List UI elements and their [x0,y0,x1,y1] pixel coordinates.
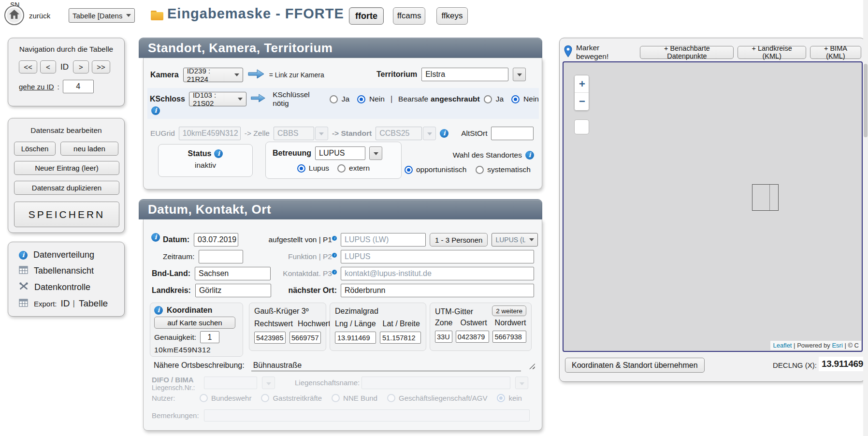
gauss-krueger-box: Gauß-Krüger 3º Rechtswert Hochwert 54239… [249,303,326,351]
map-layers-button[interactable] [574,119,589,134]
dez-lat-input[interactable]: 51.157812 [380,332,421,344]
betreuung-input[interactable]: LUPUS [315,146,365,160]
export-id-link[interactable]: ID [61,298,70,309]
zelle-input: CBBS [274,127,314,140]
map-canvas[interactable]: + − Leaflet | Powered by Esri | © C [563,61,863,352]
datum-input[interactable]: 03.07.2019 [194,233,238,247]
p3-info-icon[interactable] [332,270,337,275]
bearsafe-ja-radio[interactable] [484,95,492,103]
p1-input[interactable]: LUPUS (LW) [341,233,426,247]
ort-label: nächster Ort: [259,286,337,295]
wahl-label: Wahl des Standortes [453,151,522,160]
dez-lng-input[interactable]: 13.911469 [335,332,376,344]
declng-label: DECLNG (X): [773,361,817,369]
lock-link-arrow-icon[interactable] [250,93,266,105]
p2-info-icon[interactable] [332,253,337,258]
new-entry-button[interactable]: Neuer Eintrag (leer) [14,161,119,175]
eugrid-label: EUGrid [150,129,175,138]
delete-button[interactable]: Löschen [14,142,56,156]
betreuung-extern-radio[interactable] [337,164,346,173]
grid-code: 10kmE459N312 [154,346,239,354]
status-info-icon[interactable] [214,149,223,158]
kschloss-select[interactable]: ID103 : 21S02 [189,92,246,106]
table-select[interactable]: Tabelle [Datens [69,8,135,23]
goto-id-input[interactable]: 4 [63,80,94,93]
link-datenkontrolle[interactable]: Datenkontrolle [19,282,124,292]
esri-link[interactable]: Esri [832,342,842,349]
altstort-input[interactable] [491,127,534,140]
auf-karte-suchen-button[interactable]: auf Karte suchen [154,317,235,329]
gk-col-rechtswert: Rechtswert [254,320,293,328]
zoom-out-button[interactable]: − [575,93,589,110]
record-title: Datensatz bearbeiten [8,126,124,135]
p1-select-value: LUPUS (LW [495,236,525,244]
kamera-select[interactable]: ID239 : 21R24 [183,68,243,82]
back-link[interactable]: zurück [29,12,50,20]
reload-button[interactable]: neu laden [60,142,118,156]
nav-first-button[interactable]: << [19,60,37,73]
page-scrollbar[interactable] [863,0,868,436]
gk-hochwert-input[interactable]: 5669757 [289,332,321,344]
tools-panel: Datenverteilung Tabellenansicht Datenkon… [8,242,125,317]
goto-id-link[interactable]: gehe zu ID [19,83,54,91]
resize-handle[interactable] [528,362,535,369]
bearsafe-nein-radio[interactable] [511,95,520,103]
dez-col-lat: Lat / Breite [383,320,420,328]
wahl-info-icon[interactable] [525,151,534,160]
landkreise-kml-button[interactable]: + Landkreise (KML) [738,46,806,59]
zoom-in-button[interactable]: + [575,75,589,93]
save-button[interactable]: SPEICHERN [14,202,119,227]
gk-rechtswert-input[interactable]: 5423985 [254,332,286,344]
p2-input[interactable]: LUPUS [341,250,534,263]
duplicate-button[interactable]: Datensatz duplizieren [14,181,119,195]
scrollbar-thumb[interactable] [864,64,868,137]
utm-more-button[interactable]: 2 weitere [492,305,526,316]
link-label: Datenverteilung [33,250,94,260]
app-button-ffkeys[interactable]: ffkeys [436,7,468,25]
datum-info-icon[interactable] [151,233,160,242]
kschluessel-ja-radio[interactable] [330,95,338,103]
genauigkeit-input[interactable]: 1 [200,331,219,343]
territorium-label: Territorium [376,70,417,79]
benachbarte-datenpunkte-button[interactable]: + Benachbarte Datenpunkte [640,46,734,59]
app-button-fforte[interactable]: fforte [349,7,384,25]
ortsbeschreibung-input[interactable]: Bühnaustraße [251,360,521,371]
app-button-ffcams[interactable]: ffcams [393,7,425,25]
leaflet-link[interactable]: Leaflet [773,342,792,349]
wahl-opportunistisch-radio[interactable] [405,166,413,174]
personen-button[interactable]: 1 - 3 Personen [430,233,488,247]
betreuung-lupus-radio[interactable] [297,164,305,173]
p1-info-icon[interactable] [332,236,337,241]
utm-zone-input[interactable]: 33U [435,331,452,343]
link-datenverteilung[interactable]: Datenverteilung [19,250,124,260]
standort-info-icon[interactable] [440,129,448,138]
link-tabellenansicht[interactable]: Tabellenansicht [19,266,124,276]
territorium-dropdown-button[interactable] [513,68,526,81]
p3-input[interactable]: kontakt@lupus-institut.de [341,267,534,280]
camera-link-arrow-icon[interactable] [247,68,265,82]
utm-nordwert-input[interactable]: 5667938 [492,331,526,343]
kschloss-info-icon[interactable] [151,106,160,115]
broken-marker-image [752,184,779,211]
nav-next-button[interactable]: > [73,60,89,73]
ort-input[interactable]: Röderbrunn [341,284,534,297]
home-button[interactable] [4,5,24,25]
p1-select[interactable]: LUPUS (LW [492,233,538,247]
territorium-input[interactable]: Elstra [421,68,508,81]
bima-kml-button[interactable]: + BIMA (KML) [810,46,861,59]
apply-coordinates-button[interactable]: Koordinaten & Standort übernehmen [565,358,705,373]
navigation-title: Navigation durch die Tabelle [8,45,124,54]
betreuung-dropdown-button[interactable] [369,146,382,160]
nav-last-button[interactable]: >> [92,60,110,73]
utm-ostwert-input[interactable]: 0423879 [456,331,490,343]
koordinaten-info-icon[interactable] [154,306,163,315]
export-table-link[interactable]: Tabelle [79,298,108,309]
zeitraum-input[interactable] [199,250,243,263]
eugrid-input: 10kmE459N312 [179,127,241,140]
wahl-systematisch-radio[interactable] [476,166,484,174]
nav-prev-button[interactable]: < [40,60,56,73]
kschluessel-nein-radio[interactable] [357,95,365,103]
link-export[interactable]: Export: ID | Tabelle [19,298,124,309]
tools-icon [19,282,29,292]
utm-col-zone: Zone [435,319,452,327]
